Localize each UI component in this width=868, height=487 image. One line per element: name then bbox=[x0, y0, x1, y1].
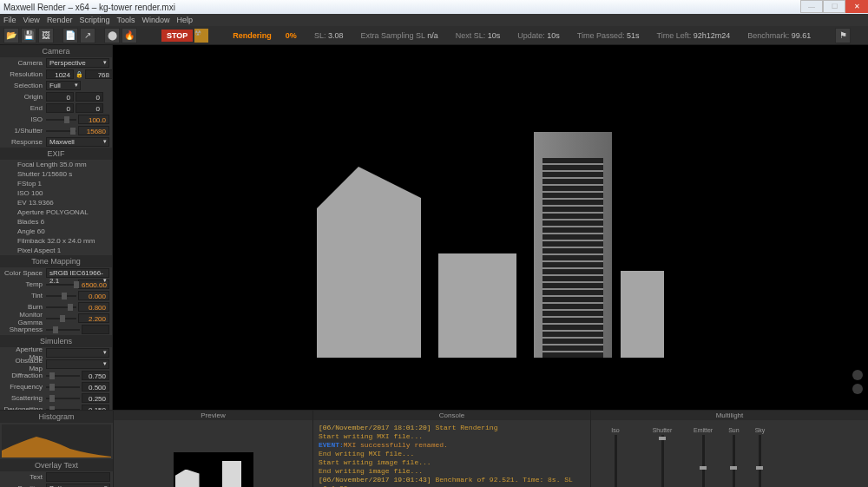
frequency-slider[interactable] bbox=[46, 386, 80, 388]
menu-scripting[interactable]: Scripting bbox=[79, 16, 109, 24]
menu-window[interactable]: Window bbox=[141, 16, 169, 24]
stat-timeleft: Time Left: 92h12m24 bbox=[657, 31, 731, 40]
burn-value[interactable]: 0.800 bbox=[78, 302, 109, 312]
tonemap-section-header: Tone Mapping bbox=[0, 255, 112, 267]
gamma-value[interactable]: 2.200 bbox=[78, 313, 109, 323]
temp-slider[interactable] bbox=[46, 284, 76, 286]
overlay-header: Overlay Text bbox=[0, 459, 113, 471]
res-width-input[interactable]: 1024 bbox=[46, 69, 74, 79]
ml-shutter-slider[interactable] bbox=[661, 435, 664, 487]
console-panel: Console [06/November/2017 18:01:20] Star… bbox=[312, 411, 590, 487]
exif-row: Angle 60 bbox=[0, 227, 112, 236]
stat-nextsl: Next SL: 10s bbox=[456, 31, 501, 40]
save-image-icon[interactable]: 🖼 bbox=[38, 28, 54, 43]
histogram-header: Histogram bbox=[0, 411, 113, 423]
stat-timepassed: Time Passed: 51s bbox=[577, 31, 640, 40]
origin-y[interactable]: 0 bbox=[76, 92, 103, 102]
sharpness-slider[interactable] bbox=[46, 329, 80, 331]
devignetting-slider[interactable] bbox=[46, 409, 80, 411]
exif-row: Blades 6 bbox=[0, 217, 112, 227]
lock-icon[interactable]: 🔒 bbox=[76, 71, 83, 78]
origin-x[interactable]: 0 bbox=[46, 92, 74, 102]
export-icon[interactable]: ↗ bbox=[80, 28, 95, 43]
file-icon[interactable]: 📄 bbox=[62, 28, 78, 43]
exif-row: Aperture POLYGONAL bbox=[0, 207, 112, 217]
shutter-slider[interactable] bbox=[46, 130, 76, 132]
aperture-map[interactable] bbox=[46, 348, 109, 358]
left-panel-bottom: Histogram Overlay Text Text PositionBott… bbox=[0, 411, 113, 487]
overlay-text-input[interactable] bbox=[46, 472, 110, 482]
multilight-panel: Multilight Iso100 Shutter15680 Emitter S… bbox=[590, 411, 868, 487]
console-header: Console bbox=[313, 411, 590, 420]
shutter-value[interactable]: 15680 bbox=[78, 126, 109, 135]
preview-image bbox=[174, 452, 253, 488]
render-status: Rendering bbox=[233, 31, 272, 40]
iso-slider[interactable] bbox=[46, 119, 76, 121]
preview-panel: Preview Refresh bbox=[113, 411, 312, 487]
preview-header: Preview bbox=[114, 411, 312, 420]
ml-iso-slider[interactable] bbox=[615, 435, 617, 487]
stat-update: Update: 10s bbox=[517, 31, 560, 40]
flag-icon[interactable]: ⚑ bbox=[835, 28, 851, 43]
render-icon[interactable]: ⬤ bbox=[104, 28, 120, 43]
response-dropdown[interactable]: Maxwell bbox=[46, 137, 109, 147]
diffraction-slider[interactable] bbox=[46, 375, 80, 377]
render-image bbox=[308, 97, 673, 358]
stat-extrasampling: Extra Sampling SL n/a bbox=[360, 31, 437, 40]
render-viewport[interactable] bbox=[113, 45, 868, 410]
menu-tools[interactable]: Tools bbox=[116, 16, 135, 24]
stat-sl: SL: 3.08 bbox=[314, 31, 344, 40]
menu-file[interactable]: File bbox=[3, 16, 16, 24]
menu-help[interactable]: Help bbox=[176, 16, 193, 24]
window-minimize-button[interactable]: — bbox=[800, 0, 823, 13]
stop-button[interactable]: STOP bbox=[161, 30, 193, 42]
fire-icon[interactable]: 🔥 bbox=[122, 28, 137, 43]
iso-value[interactable]: 100.0 bbox=[78, 115, 109, 124]
scattering-slider[interactable] bbox=[46, 398, 80, 399]
menu-view[interactable]: View bbox=[23, 16, 40, 24]
save-icon[interactable]: 💾 bbox=[21, 28, 36, 43]
exif-section-header: EXIF bbox=[0, 148, 112, 160]
multilight-header: Multilight bbox=[591, 411, 868, 420]
toolbar: 📂 💾 🖼 📄 ↗ ⬤ 🔥 STOP ☢ Rendering 0% SL: 3.… bbox=[0, 26, 868, 45]
exif-row: Pixel Aspect 1 bbox=[0, 246, 112, 255]
exif-row: EV 13.9366 bbox=[0, 198, 112, 207]
ml-emitter-slider[interactable] bbox=[702, 435, 705, 487]
gamma-slider[interactable] bbox=[46, 318, 76, 319]
stat-benchmark: Benchmark: 99.61 bbox=[747, 31, 811, 40]
exif-row: Shutter 1/15680 s bbox=[0, 169, 112, 179]
exif-row: ISO 100 bbox=[0, 188, 112, 198]
colorspace-dropdown[interactable]: sRGB IEC61966-2.1 bbox=[46, 268, 109, 278]
res-height-input[interactable]: 768 bbox=[85, 69, 113, 79]
console-output[interactable]: [06/November/2017 18:01:20] Start Render… bbox=[313, 420, 590, 487]
render-percent: 0% bbox=[286, 31, 297, 40]
end-y[interactable]: 0 bbox=[76, 103, 103, 113]
window-title: Maxwell Render – x64 – kg-tower render.m… bbox=[3, 3, 175, 12]
tint-slider[interactable] bbox=[46, 295, 76, 297]
burn-slider[interactable] bbox=[46, 306, 76, 308]
menu-render[interactable]: Render bbox=[47, 16, 73, 24]
camera-dropdown[interactable]: Perspective bbox=[46, 58, 109, 68]
radioactive-icon[interactable]: ☢ bbox=[194, 29, 208, 43]
menu-bar: File View Render Scripting Tools Window … bbox=[0, 14, 868, 26]
exif-row: Filmback 32.0 x 24.0 mm bbox=[0, 236, 112, 246]
viewport-tool-icon[interactable] bbox=[852, 384, 863, 394]
overlay-position-dropdown[interactable]: Bottom bbox=[46, 484, 110, 487]
window-maximize-button[interactable]: ☐ bbox=[823, 0, 845, 13]
window-close-button[interactable]: ✕ bbox=[845, 0, 868, 13]
left-panel: Camera CameraPerspective Resolution1024🔒… bbox=[0, 45, 113, 410]
ml-sun-slider[interactable] bbox=[733, 435, 735, 487]
selection-dropdown[interactable]: Full bbox=[46, 81, 81, 90]
end-x[interactable]: 0 bbox=[46, 103, 74, 113]
open-icon[interactable]: 📂 bbox=[3, 28, 19, 43]
camera-section-header: Camera bbox=[0, 45, 112, 57]
viewport-tool-icon[interactable] bbox=[852, 370, 863, 380]
histogram[interactable] bbox=[2, 424, 111, 457]
window-titlebar: Maxwell Render – x64 – kg-tower render.m… bbox=[0, 0, 868, 14]
exif-row: Focal Length 35.0 mm bbox=[0, 160, 112, 169]
ml-sky-slider[interactable] bbox=[759, 435, 761, 487]
obstacle-map[interactable] bbox=[46, 359, 109, 369]
tint-value[interactable]: 0.000 bbox=[78, 291, 109, 300]
exif-row: FStop 1 bbox=[0, 179, 112, 188]
